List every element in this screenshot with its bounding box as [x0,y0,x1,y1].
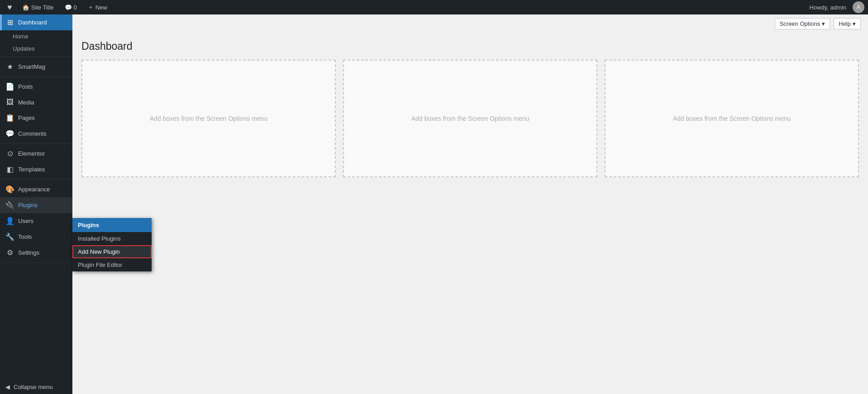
tools-icon: 🔧 [5,233,14,241]
media-icon: 🖼 [5,98,14,106]
dashboard-icon: ⊞ [5,18,14,27]
adminbar-site-title[interactable]: 🏠 Site Title [18,0,58,14]
adminbar-howdy: Howdy, admin [805,4,851,11]
pages-icon: 📋 [5,114,14,122]
sidebar-item-settings[interactable]: ⚙ Settings [0,245,72,261]
flyout-installed-plugins[interactable]: Installed Plugins [72,232,152,245]
flyout-plugin-file-editor[interactable]: Plugin File Editor [72,258,152,271]
dashboard-box-2: Add boxes from the Screen Options menu [343,60,597,177]
sidebar-item-home[interactable]: Home [0,30,72,43]
users-icon: 👤 [5,217,14,225]
wp-logo-icon[interactable]: ♥ [4,3,16,12]
elementor-icon: ⊙ [5,149,14,158]
adminbar-comments[interactable]: 💬 0 [60,0,81,14]
sidebar-item-tools[interactable]: 🔧 Tools [0,229,72,245]
sidebar-item-elementor[interactable]: ⊙ Elementor [0,146,72,161]
sidebar-item-templates[interactable]: ◧ Templates [0,161,72,177]
sidebar: ⊞ Dashboard Home Updates ★ SmartMag 📄 Po… [0,14,72,394]
avatar[interactable]: A [853,1,864,13]
menu-separator-5 [0,262,72,263]
sidebar-item-plugins[interactable]: 🔌 Plugins [0,197,72,213]
comment-icon: 💬 [65,4,72,11]
collapse-icon: ◀ [5,384,10,390]
page-title: Dashboard [81,40,859,52]
sidebar-item-dashboard[interactable]: ⊞ Dashboard [0,14,72,30]
sidebar-item-smartmag[interactable]: ★ SmartMag [0,59,72,75]
help-chevron-icon: ▾ [853,20,856,27]
sidebar-item-pages[interactable]: 📋 Pages [0,110,72,126]
content-header: Screen Options ▾ Help ▾ [72,14,868,33]
sidebar-item-users[interactable]: 👤 Users [0,213,72,229]
flyout-add-new-plugin[interactable]: Add New Plugin [72,245,152,258]
flyout-plugins-header[interactable]: Plugins [72,218,152,232]
appearance-icon: 🎨 [5,185,14,194]
screen-options-button[interactable]: Screen Options ▾ [775,18,830,29]
sidebar-item-appearance[interactable]: 🎨 Appearance [0,181,72,197]
menu-separator-4 [0,179,72,180]
dashboard-grid: Add boxes from the Screen Options menu A… [81,60,859,177]
screen-options-chevron-icon: ▾ [822,20,825,27]
adminbar-new[interactable]: ＋ New [83,0,112,14]
templates-icon: ◧ [5,165,14,174]
collapse-menu-button[interactable]: ◀ Collapse menu [0,380,72,394]
menu-separator-3 [0,143,72,144]
settings-icon: ⚙ [5,248,14,257]
menu-separator-2 [0,76,72,77]
sidebar-item-comments[interactable]: 💬 Comments [0,126,72,142]
plugins-icon: 🔌 [5,201,14,209]
sidebar-item-posts[interactable]: 📄 Posts [0,79,72,95]
menu-separator-1 [0,57,72,57]
plus-icon: ＋ [88,3,94,11]
dashboard-box-3: Add boxes from the Screen Options menu [605,60,859,177]
home-icon: 🏠 [22,4,29,11]
dashboard-box-1: Add boxes from the Screen Options menu [81,60,336,177]
comments-icon: 💬 [5,129,14,138]
admin-bar: ♥ 🏠 Site Title 💬 0 ＋ New Howdy, admin A [0,0,868,14]
content-area: Dashboard Add boxes from the Screen Opti… [72,33,868,394]
help-button[interactable]: Help ▾ [834,18,861,29]
posts-icon: 📄 [5,82,14,91]
smartmag-icon: ★ [5,62,14,71]
sidebar-item-media[interactable]: 🖼 Media [0,95,72,110]
sidebar-item-updates[interactable]: Updates [0,43,72,55]
main-content: Screen Options ▾ Help ▾ Dashboard Add bo… [72,14,868,394]
